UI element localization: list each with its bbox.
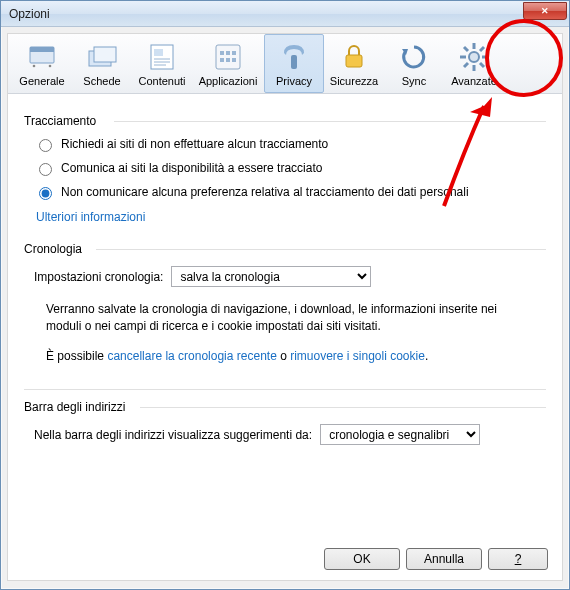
remove-cookies-link[interactable]: rimuovere i singoli cookie: [290, 349, 425, 363]
options-window: Opzioni Generale Schede Contenuti: [0, 0, 570, 590]
svg-point-20: [469, 52, 479, 62]
tab-advanced-label: Avanzate: [451, 75, 497, 87]
tab-advanced[interactable]: Avanzate: [444, 34, 504, 93]
ok-button[interactable]: OK: [324, 548, 400, 570]
svg-rect-12: [220, 51, 224, 55]
tracking-opt-2-label: Comunica ai siti la disponibilità a esse…: [61, 161, 322, 175]
svg-rect-13: [226, 51, 230, 55]
tab-tabs[interactable]: Schede: [72, 34, 132, 93]
tracking-legend: Tracciamento: [24, 114, 546, 128]
divider: [24, 389, 546, 390]
addressbar-suggest-select[interactable]: cronologia e segnalibri: [320, 424, 480, 445]
tracking-moreinfo-link[interactable]: Ulteriori informazioni: [36, 210, 145, 224]
tab-security[interactable]: Sicurezza: [324, 34, 384, 93]
applications-icon: [212, 41, 244, 73]
tab-applications[interactable]: Applicazioni: [192, 34, 264, 93]
window-title: Opzioni: [9, 7, 523, 21]
history-desc-links: È possibile cancellare la cronologia rec…: [46, 348, 524, 365]
category-toolbar: Generale Schede Contenuti Applicazioni: [8, 34, 562, 94]
gear-icon: [458, 41, 490, 73]
svg-point-3: [49, 64, 52, 67]
svg-rect-11: [216, 45, 240, 69]
tab-security-label: Sicurezza: [330, 75, 378, 87]
history-desc-text: Verranno salvate la cronologia di naviga…: [46, 301, 524, 336]
panel-body: Tracciamento Richiedi ai siti di non eff…: [8, 94, 562, 457]
history-mode-select[interactable]: salva la cronologia: [171, 266, 371, 287]
svg-line-25: [464, 47, 468, 51]
content-icon: [146, 41, 178, 73]
tab-general-label: Generale: [19, 75, 64, 87]
tracking-opt-1[interactable]: Richiedi ai siti di non effettuare alcun…: [34, 136, 546, 152]
content-area: Generale Schede Contenuti Applicazioni: [7, 33, 563, 581]
dialog-buttons: OK Annulla ?: [324, 548, 548, 570]
radio-dnt[interactable]: [39, 139, 52, 152]
svg-rect-18: [291, 55, 297, 69]
svg-rect-7: [154, 49, 163, 56]
svg-rect-1: [30, 47, 54, 52]
lock-icon: [338, 41, 370, 73]
tab-privacy[interactable]: Privacy: [264, 34, 324, 93]
addressbar-legend: Barra degli indirizzi: [24, 400, 546, 414]
svg-rect-14: [232, 51, 236, 55]
svg-line-26: [480, 63, 484, 67]
tab-applications-label: Applicazioni: [199, 75, 258, 87]
svg-line-27: [464, 63, 468, 67]
svg-rect-17: [232, 58, 236, 62]
tab-content[interactable]: Contenuti: [132, 34, 192, 93]
tab-content-label: Contenuti: [138, 75, 185, 87]
svg-rect-19: [346, 55, 362, 67]
tab-sync[interactable]: Sync: [384, 34, 444, 93]
titlebar: Opzioni: [1, 1, 569, 27]
tab-general[interactable]: Generale: [12, 34, 72, 93]
general-icon: [26, 41, 58, 73]
close-icon[interactable]: [523, 2, 567, 20]
tracking-opt-2[interactable]: Comunica ai siti la disponibilità a esse…: [34, 160, 546, 176]
tab-privacy-label: Privacy: [276, 75, 312, 87]
radio-allow[interactable]: [39, 163, 52, 176]
history-desc: Verranno salvate la cronologia di naviga…: [46, 301, 524, 365]
svg-line-28: [480, 47, 484, 51]
history-legend: Cronologia: [24, 242, 546, 256]
tabs-icon: [86, 41, 118, 73]
sync-icon: [398, 41, 430, 73]
svg-rect-15: [220, 58, 224, 62]
clear-recent-history-link[interactable]: cancellare la cronologia recente: [107, 349, 276, 363]
tracking-opt-1-label: Richiedi ai siti di non effettuare alcun…: [61, 137, 328, 151]
cancel-button[interactable]: Annulla: [406, 548, 482, 570]
tracking-opt-3-label: Non comunicare alcuna preferenza relativ…: [61, 185, 469, 199]
svg-point-2: [33, 64, 36, 67]
addressbar-label: Nella barra degli indirizzi visualizza s…: [34, 428, 312, 442]
radio-nopref[interactable]: [39, 187, 52, 200]
svg-rect-16: [226, 58, 230, 62]
privacy-icon: [278, 41, 310, 73]
tracking-opt-3[interactable]: Non comunicare alcuna preferenza relativ…: [34, 184, 546, 200]
help-button[interactable]: ?: [488, 548, 548, 570]
svg-rect-5: [94, 47, 116, 62]
tab-tabs-label: Schede: [83, 75, 120, 87]
history-settings-label: Impostazioni cronologia:: [34, 270, 163, 284]
tab-sync-label: Sync: [402, 75, 426, 87]
